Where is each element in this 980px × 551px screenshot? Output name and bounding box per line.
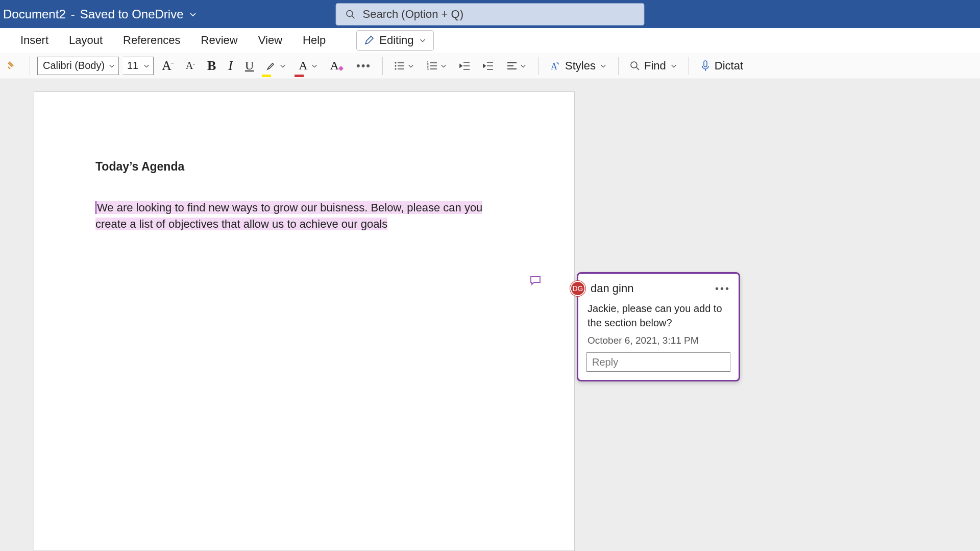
indent-icon xyxy=(483,60,494,71)
italic-button[interactable]: I xyxy=(224,57,237,75)
dictate-button[interactable]: Dictat xyxy=(696,57,747,75)
more-formatting-button[interactable]: ••• xyxy=(352,57,375,75)
styles-label: Styles xyxy=(565,59,596,73)
bullets-button[interactable] xyxy=(390,57,419,75)
avatar: DG xyxy=(570,281,585,296)
highlighted-text[interactable]: We are looking to find new ways to grow … xyxy=(95,201,482,230)
chevron-down-icon xyxy=(407,62,414,69)
microphone-icon xyxy=(700,60,710,72)
styles-icon: A xyxy=(550,60,561,71)
font-size-value: 11 xyxy=(127,60,138,71)
comment-body: Jackie, please can you add to the sectio… xyxy=(586,301,730,330)
font-size-select[interactable]: 11 xyxy=(123,57,154,75)
eraser-icon xyxy=(338,65,344,71)
tab-references[interactable]: References xyxy=(123,34,181,47)
tab-help[interactable]: Help xyxy=(303,34,326,47)
find-button[interactable]: Find xyxy=(626,57,681,75)
clear-formatting-button[interactable]: A xyxy=(326,57,348,75)
numbering-icon: 123 xyxy=(427,60,438,71)
chevron-down-icon xyxy=(279,62,286,69)
svg-point-2 xyxy=(395,65,397,66)
grow-font-button[interactable]: Aˆ xyxy=(158,57,178,75)
chevron-down-icon xyxy=(520,62,527,69)
toolbar-separator xyxy=(30,57,30,75)
find-label: Find xyxy=(644,59,666,73)
svg-rect-9 xyxy=(704,61,707,67)
comment-header: DG dan ginn ••• xyxy=(586,281,730,296)
highlight-swatch xyxy=(262,75,271,77)
underline-button[interactable]: U xyxy=(241,57,258,75)
outdent-icon xyxy=(459,60,471,71)
document-name: Document2 xyxy=(3,7,66,21)
chevron-down-icon xyxy=(600,62,607,69)
chevron-down-icon xyxy=(108,62,115,69)
highlighter-icon xyxy=(266,61,276,71)
search-wrap: Search (Option + Q) xyxy=(336,3,645,26)
toolbar-separator xyxy=(538,57,538,75)
chevron-down-icon xyxy=(670,62,677,69)
chevron-down-icon xyxy=(419,37,426,44)
comment-menu-button[interactable]: ••• xyxy=(715,283,730,295)
search-input[interactable]: Search (Option + Q) xyxy=(336,3,645,26)
document-page[interactable]: Today’s Agenda We are looking to find ne… xyxy=(34,91,575,551)
editing-label: Editing xyxy=(379,34,413,47)
formatting-toolbar: Calibri (Body) 11 Aˆ Aˇ B I U A A ••• 12… xyxy=(0,53,980,79)
styles-button[interactable]: A Styles xyxy=(546,57,611,75)
pencil-icon xyxy=(364,35,374,45)
search-icon xyxy=(346,9,356,19)
format-painter-button[interactable] xyxy=(2,57,22,75)
font-color-swatch xyxy=(295,75,304,77)
comment-timestamp: October 6, 2021, 3:11 PM xyxy=(586,335,730,346)
svg-point-0 xyxy=(347,11,353,17)
tab-insert[interactable]: Insert xyxy=(20,34,48,47)
highlight-color-button[interactable] xyxy=(262,57,290,75)
document-paragraph[interactable]: We are looking to find new ways to grow … xyxy=(95,200,513,232)
dictate-label: Dictat xyxy=(715,59,743,73)
align-button[interactable] xyxy=(502,57,531,75)
svg-point-3 xyxy=(395,68,397,69)
font-name-select[interactable]: Calibri (Body) xyxy=(37,57,119,75)
decrease-indent-button[interactable] xyxy=(455,57,475,75)
document-title-group[interactable]: Document2 - Saved to OneDrive xyxy=(3,7,197,21)
increase-indent-button[interactable] xyxy=(479,57,498,75)
toolbar-separator xyxy=(689,57,689,75)
document-heading[interactable]: Today’s Agenda xyxy=(95,158,513,175)
title-bar: Document2 - Saved to OneDrive Search (Op… xyxy=(0,0,980,28)
font-color-button[interactable]: A xyxy=(295,57,322,75)
document-canvas[interactable]: Today’s Agenda We are looking to find ne… xyxy=(0,79,980,551)
bullets-icon xyxy=(394,60,405,71)
tab-layout[interactable]: Layout xyxy=(69,34,103,47)
align-icon xyxy=(506,60,518,71)
toolbar-separator xyxy=(382,57,383,75)
tab-view[interactable]: View xyxy=(258,34,282,47)
chevron-down-icon[interactable] xyxy=(189,10,197,18)
comment-card: DG dan ginn ••• Jackie, please can you a… xyxy=(577,272,740,381)
ribbon-tabs: Insert Layout References Review View Hel… xyxy=(0,28,980,53)
reply-input[interactable] xyxy=(586,352,730,372)
svg-point-8 xyxy=(631,62,637,68)
shrink-font-button[interactable]: Aˇ xyxy=(182,57,199,75)
svg-point-1 xyxy=(395,62,397,63)
bold-button[interactable]: B xyxy=(203,57,220,75)
chevron-down-icon xyxy=(143,62,150,69)
editing-mode-button[interactable]: Editing xyxy=(356,30,433,51)
svg-text:3: 3 xyxy=(427,67,429,70)
tab-review[interactable]: Review xyxy=(201,34,238,47)
svg-text:A: A xyxy=(551,61,557,71)
numbering-button[interactable]: 123 xyxy=(423,57,451,75)
search-placeholder: Search (Option + Q) xyxy=(363,8,463,21)
save-status: Saved to OneDrive xyxy=(80,7,184,21)
search-icon xyxy=(630,61,640,71)
chevron-down-icon xyxy=(311,62,318,69)
font-name-value: Calibri (Body) xyxy=(43,60,105,71)
comment-indicator-icon[interactable] xyxy=(530,275,541,286)
chevron-down-icon xyxy=(440,62,447,69)
title-separator: - xyxy=(69,7,77,21)
commenter-name: dan ginn xyxy=(591,282,633,295)
format-painter-icon xyxy=(6,60,18,72)
toolbar-separator xyxy=(618,57,619,75)
